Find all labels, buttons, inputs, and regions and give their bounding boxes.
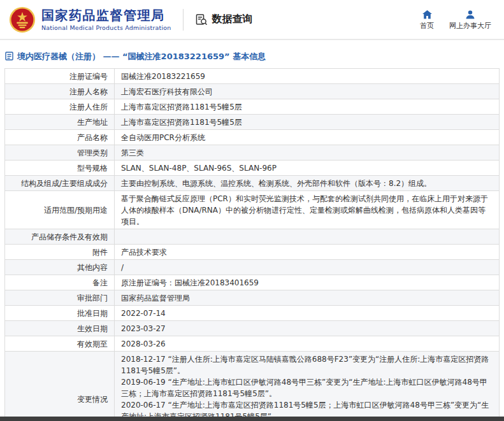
row-label: 注册人住所 [5, 99, 115, 115]
data-query-label: 数据查询 [212, 13, 253, 26]
row-value-text: 2022-07-14 [121, 309, 166, 318]
site-header: 国家药品监督管理局 National Medical Products Admi… [0, 0, 504, 40]
header-nav: 首页 网上办事大厅 [420, 9, 495, 31]
table-row: 产品名称全自动医用PCR分析系统 [5, 130, 500, 145]
row-value: 上海市嘉定区招贤路1181号5幢5层 [115, 99, 500, 115]
table-row: 产品储存条件及有效期 [5, 229, 500, 245]
row-label: 管理类别 [5, 145, 115, 161]
data-query-icon [195, 13, 208, 26]
footer-bar [0, 417, 504, 421]
row-value-text: 国械注准20183221659 [121, 72, 205, 81]
row-value: 产品技术要求 [115, 245, 500, 260]
row-value: 国械注准20183221659 [115, 69, 500, 84]
table-row: 注册证编号国械注准20183221659 [5, 69, 500, 84]
national-emblem-logo [9, 6, 36, 33]
document-icon [5, 52, 13, 62]
table-row: 变更情况2018-12-17 “注册人住所:上海市嘉定区马陆镇嘉戬公路688号F… [5, 352, 500, 421]
table-row: 生效日期2023-03-27 [5, 321, 500, 336]
page-title: 境内医疗器械（注册） —— “国械注准20183221659” 基本信息 [17, 51, 266, 62]
row-label: 审批部门 [5, 290, 115, 306]
table-row: 批准日期2022-07-14 [5, 306, 500, 321]
row-label-text: 产品储存条件及有效期 [31, 232, 108, 241]
row-value: 主要由控制系统、电源系统、温控系统、检测系统、外壳部件和软件（版本号：8.2）组… [115, 176, 500, 191]
row-value-text: 基于聚合酶链式反应原理（PCR）和实时荧光监测技术，与配套的检测试剂共同使用，在… [121, 194, 488, 226]
row-label: 生效日期 [5, 321, 115, 336]
row-label-text: 注册证编号 [69, 72, 108, 81]
row-value-text: 原注册证编号：国械注准20183401659 [121, 278, 259, 287]
row-value: 上海宏石医疗科技有限公司 [115, 84, 500, 99]
table-row: 有效期至2028-03-26 [5, 336, 500, 352]
row-value-text: / [121, 263, 124, 272]
row-label: 注册证编号 [5, 69, 115, 84]
row-value [115, 229, 500, 245]
data-query-section-title: 数据查询 [195, 13, 253, 26]
row-label-text: 生效日期 [77, 324, 108, 333]
row-value: 2022-07-14 [115, 306, 500, 321]
row-label: 有效期至 [5, 336, 115, 352]
row-label-text: 其他内容 [77, 263, 108, 272]
row-label-text: 注册人名称 [69, 87, 108, 96]
row-value-text: SLAN、SLAN-48P、SLAN-96S、SLAN-96P [121, 164, 277, 173]
row-value-text: 2018-12-17 “注册人住所:上海市嘉定区马陆镇嘉戬公路688号F23”变… [121, 355, 489, 421]
row-value: 基于聚合酶链式反应原理（PCR）和实时荧光监测技术，与配套的检测试剂共同使用，在… [115, 191, 500, 229]
row-value-text: 上海市嘉定区招贤路1181号5幢5层 [121, 118, 242, 127]
logo-block: 国家药品监督管理局 National Medical Products Admi… [9, 6, 171, 33]
table-row: 管理类别第三类 [5, 145, 500, 161]
table-row: 其他内容/ [5, 260, 500, 275]
row-value: / [115, 260, 500, 275]
row-label: 生产地址 [5, 115, 115, 130]
row-value-text: 产品技术要求 [121, 248, 167, 257]
org-name-cn: 国家药品监督管理局 [41, 8, 171, 23]
row-value: 全自动医用PCR分析系统 [115, 130, 500, 145]
row-label: 结构及组成/主要组成成分 [5, 176, 115, 191]
table-row: 型号规格SLAN、SLAN-48P、SLAN-96S、SLAN-96P [5, 161, 500, 176]
row-value: 第三类 [115, 145, 500, 161]
row-value-text: 国家药品监督管理局 [121, 294, 190, 303]
row-value-text: 2028-03-26 [121, 339, 166, 348]
row-label-text: 产品名称 [77, 133, 108, 142]
row-label-text: 备注 [92, 278, 108, 287]
row-label-text: 变更情况 [77, 395, 108, 404]
row-label: 批准日期 [5, 306, 115, 321]
row-value-text: 上海市嘉定区招贤路1181号5幢5层 [121, 103, 242, 111]
row-label-text: 型号规格 [77, 164, 108, 173]
org-name-en: National Medical Products Administration [41, 24, 171, 31]
row-value-text: 全自动医用PCR分析系统 [121, 133, 205, 142]
row-value: SLAN、SLAN-48P、SLAN-96S、SLAN-96P [115, 161, 500, 176]
row-value: 2023-03-27 [115, 321, 500, 336]
table-row: 适用范围/预期用途基于聚合酶链式反应原理（PCR）和实时荧光监测技术，与配套的检… [5, 191, 500, 229]
row-value: 原注册证编号：国械注准20183401659 [115, 275, 500, 290]
nav-home[interactable]: 首页 [420, 9, 434, 31]
row-value-text: 主要由控制系统、电源系统、温控系统、检测系统、外壳部件和软件（版本号：8.2）组… [121, 179, 431, 188]
row-label: 其他内容 [5, 260, 115, 275]
row-value: 上海市嘉定区招贤路1181号5幢5层 [115, 115, 500, 130]
nav-service-hall[interactable]: 网上办事大厅 [449, 9, 491, 31]
person-icon [466, 9, 475, 19]
row-label: 适用范围/预期用途 [5, 191, 115, 229]
nav-home-label: 首页 [420, 21, 434, 31]
table-row: 结构及组成/主要组成成分主要由控制系统、电源系统、温控系统、检测系统、外壳部件和… [5, 176, 500, 191]
table-row: 注册人名称上海宏石医疗科技有限公司 [5, 84, 500, 99]
registration-info-table: 注册证编号国械注准20183221659注册人名称上海宏石医疗科技有限公司注册人… [4, 68, 500, 421]
header-divider [183, 9, 184, 31]
home-icon [422, 9, 432, 19]
row-label-text: 适用范围/预期用途 [44, 206, 108, 215]
row-label-text: 生产地址 [77, 118, 108, 127]
row-value-text: 2023-03-27 [121, 324, 166, 333]
row-label: 附件 [5, 245, 115, 260]
row-label: 变更情况 [5, 352, 115, 421]
row-label-text: 注册人住所 [69, 103, 108, 111]
table-row: 注册人住所上海市嘉定区招贤路1181号5幢5层 [5, 99, 500, 115]
row-label: 注册人名称 [5, 84, 115, 99]
row-label-text: 管理类别 [77, 148, 108, 157]
row-value: 国家药品监督管理局 [115, 290, 500, 306]
table-row: 审批部门国家药品监督管理局 [5, 290, 500, 306]
row-label-text: 附件 [92, 248, 108, 257]
row-value-text: 上海宏石医疗科技有限公司 [121, 87, 213, 96]
row-label-text: 批准日期 [77, 309, 108, 318]
table-row: 附件产品技术要求 [5, 245, 500, 260]
row-label-text: 有效期至 [77, 339, 108, 348]
row-label: 产品名称 [5, 130, 115, 145]
row-value: 2018-12-17 “注册人住所:上海市嘉定区马陆镇嘉戬公路688号F23”变… [115, 352, 500, 421]
row-value-text: 第三类 [121, 148, 144, 157]
